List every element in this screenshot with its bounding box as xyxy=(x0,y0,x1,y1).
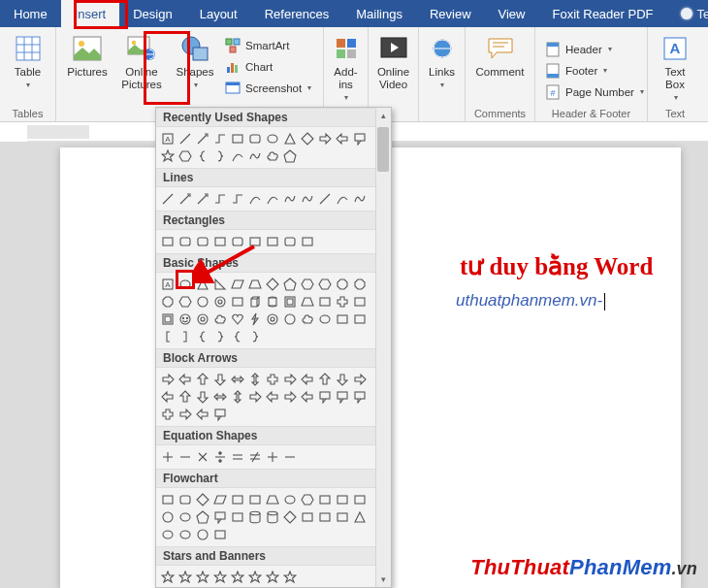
shape-eq[interactable] xyxy=(229,448,246,466)
shape-rect[interactable] xyxy=(351,491,369,508)
shape-trap[interactable] xyxy=(299,293,316,310)
shape-hex[interactable] xyxy=(316,276,334,293)
shape-star[interactable] xyxy=(281,569,299,586)
shape-rect[interactable] xyxy=(229,491,246,508)
chart-button[interactable]: Chart xyxy=(221,56,315,77)
shape-oct[interactable] xyxy=(351,276,369,293)
shape-blockarrow-l[interactable] xyxy=(264,388,281,406)
shape-lbrack[interactable] xyxy=(159,328,177,345)
shape-circle[interactable] xyxy=(194,526,211,543)
shape-text[interactable]: A xyxy=(159,130,177,147)
shape-rect[interactable] xyxy=(229,508,246,526)
shape-oval[interactable] xyxy=(316,310,334,328)
scroll-thumb[interactable] xyxy=(377,127,389,172)
shape-minus[interactable] xyxy=(281,448,299,466)
shape-rbrace[interactable] xyxy=(211,147,229,165)
shape-plus[interactable] xyxy=(159,448,177,466)
shape-rect[interactable] xyxy=(246,491,264,508)
shape-tri[interactable] xyxy=(281,130,299,147)
shape-rect[interactable] xyxy=(351,293,369,310)
shape-lightning[interactable] xyxy=(246,310,264,328)
shape-star[interactable] xyxy=(177,569,194,586)
shape-tri[interactable] xyxy=(351,508,369,526)
shape-lbrace[interactable] xyxy=(194,328,211,345)
shape-freeform[interactable] xyxy=(351,190,369,208)
shape-neq[interactable] xyxy=(246,448,264,466)
scroll-down-arrow-icon[interactable]: ▾ xyxy=(375,572,391,587)
shape-oval[interactable] xyxy=(281,491,299,508)
shape-minus[interactable] xyxy=(177,448,194,466)
shape-rect[interactable] xyxy=(229,293,246,310)
shape-cross[interactable] xyxy=(264,371,281,388)
shape-cloud[interactable] xyxy=(211,310,229,328)
shape-callout[interactable] xyxy=(211,406,229,423)
shape-pent[interactable] xyxy=(281,276,299,293)
shape-curve[interactable] xyxy=(334,190,351,208)
pictures-button[interactable]: Pictures xyxy=(62,31,113,107)
shape-curve[interactable] xyxy=(246,190,264,208)
tab-home[interactable]: Home xyxy=(0,0,61,27)
shape-rect[interactable] xyxy=(334,508,351,526)
shape-oval[interactable] xyxy=(177,508,194,526)
shape-curve[interactable] xyxy=(264,190,281,208)
shape-star[interactable] xyxy=(229,569,246,586)
shape-blockarrow-d[interactable] xyxy=(211,371,229,388)
shape-blockarrow-ud[interactable] xyxy=(246,371,264,388)
shape-star[interactable] xyxy=(159,147,177,165)
shape-circle[interactable] xyxy=(281,310,299,328)
shape-star[interactable] xyxy=(211,569,229,586)
shape-freeform[interactable] xyxy=(246,147,264,165)
shape-roundrect[interactable] xyxy=(246,130,264,147)
shape-blockarrow-l[interactable] xyxy=(177,371,194,388)
shape-rbrace[interactable] xyxy=(211,328,229,345)
shape-star[interactable] xyxy=(159,569,177,586)
shape-rect[interactable] xyxy=(211,526,229,543)
shape-cross[interactable] xyxy=(334,293,351,310)
shape-rect[interactable] xyxy=(334,491,351,508)
shape-circle[interactable] xyxy=(159,508,177,526)
shape-bevel[interactable] xyxy=(159,310,177,328)
shape-blockarrow-r[interactable] xyxy=(246,388,264,406)
shape-roundrect[interactable] xyxy=(177,491,194,508)
shape-cube[interactable] xyxy=(246,293,264,310)
shape-hex[interactable] xyxy=(299,491,316,508)
shape-star[interactable] xyxy=(194,569,211,586)
shape-oval[interactable] xyxy=(177,526,194,543)
shape-donut[interactable] xyxy=(194,310,211,328)
shape-diamond[interactable] xyxy=(281,508,299,526)
shape-blockarrow-r[interactable] xyxy=(159,371,177,388)
shape-callout[interactable] xyxy=(211,508,229,526)
shape-rect[interactable] xyxy=(159,233,177,250)
shape-freeform[interactable] xyxy=(299,190,316,208)
online-video-button[interactable]: Online Video xyxy=(374,31,412,118)
shape-oct[interactable] xyxy=(334,276,351,293)
shapes-scrollbar[interactable]: ▴ ▾ xyxy=(375,108,391,587)
shape-blockarrow-r[interactable] xyxy=(177,406,194,423)
shape-arrowline[interactable] xyxy=(194,130,211,147)
shape-oval[interactable] xyxy=(177,276,194,293)
shape-blockarrow-d[interactable] xyxy=(194,388,211,406)
shape-pent[interactable] xyxy=(194,508,211,526)
shape-blockarrow-l[interactable] xyxy=(334,130,351,147)
smartart-button[interactable]: SmartArt xyxy=(221,35,315,55)
shape-rect[interactable] xyxy=(229,130,246,147)
tab-review[interactable]: Review xyxy=(416,0,485,27)
shape-oval[interactable] xyxy=(264,130,281,147)
shape-oval[interactable] xyxy=(159,526,177,543)
tab-view[interactable]: View xyxy=(485,0,539,27)
footer-button[interactable]: Footer▾ xyxy=(541,60,648,81)
shape-diamond[interactable] xyxy=(264,276,281,293)
shape-can[interactable] xyxy=(264,293,281,310)
shape-rbrack[interactable] xyxy=(177,328,194,345)
screenshot-button[interactable]: Screenshot▾ xyxy=(221,78,315,98)
shape-hex[interactable] xyxy=(177,147,194,165)
shape-diamond[interactable] xyxy=(299,130,316,147)
tab-layout[interactable]: Layout xyxy=(186,0,251,27)
shape-rect[interactable] xyxy=(264,233,281,250)
shape-text[interactable]: A xyxy=(159,276,177,293)
shape-circle[interactable] xyxy=(194,293,211,310)
shape-div[interactable] xyxy=(211,448,229,466)
shape-line[interactable] xyxy=(316,190,334,208)
shape-rect[interactable] xyxy=(316,491,334,508)
shape-callout[interactable] xyxy=(334,388,351,406)
